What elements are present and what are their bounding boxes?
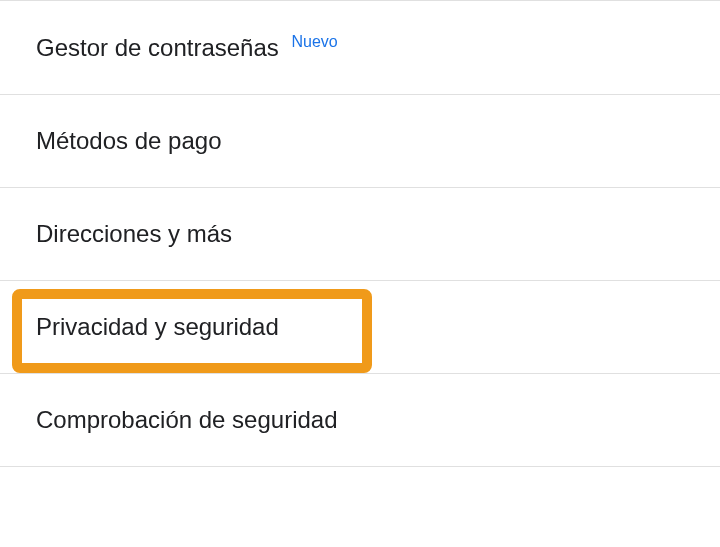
menu-item-safety-check[interactable]: Comprobación de seguridad <box>0 374 720 467</box>
menu-item-label: Métodos de pago <box>36 127 221 154</box>
new-badge: Nuevo <box>291 33 337 50</box>
menu-item-payment-methods[interactable]: Métodos de pago <box>0 95 720 188</box>
menu-item-label: Direcciones y más <box>36 220 232 247</box>
menu-item-label: Privacidad y seguridad <box>36 313 279 340</box>
menu-item-privacy-security[interactable]: Privacidad y seguridad <box>0 281 720 374</box>
menu-item-label: Gestor de contraseñas <box>36 34 279 61</box>
menu-item-addresses[interactable]: Direcciones y más <box>0 188 720 281</box>
menu-item-password-manager[interactable]: Gestor de contraseñas Nuevo <box>0 0 720 95</box>
menu-item-label: Comprobación de seguridad <box>36 406 338 433</box>
settings-menu: Gestor de contraseñas Nuevo Métodos de p… <box>0 0 720 467</box>
